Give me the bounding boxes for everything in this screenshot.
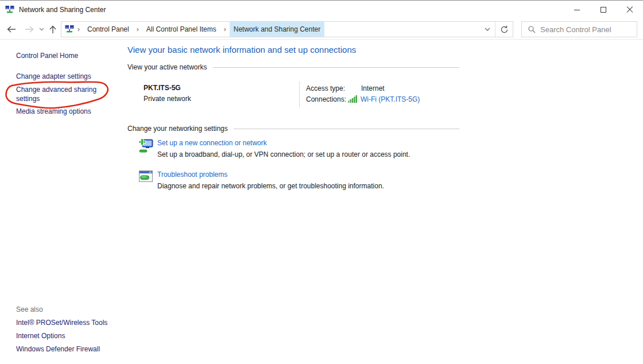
sidebar-item-internet-options[interactable]: Internet Options bbox=[16, 332, 65, 340]
network-profile: Private network bbox=[144, 95, 191, 103]
navigation-toolbar: › Control Panel › All Control Panel Item… bbox=[0, 19, 643, 40]
back-button[interactable] bbox=[3, 21, 20, 37]
back-icon bbox=[7, 26, 16, 33]
access-type-value: Internet bbox=[361, 84, 385, 92]
history-chevron-icon bbox=[39, 28, 44, 31]
section-divider bbox=[234, 129, 459, 129]
wifi-connection-link[interactable]: Wi-Fi (PKT.ITS-5G) bbox=[361, 95, 420, 103]
access-type-label: Access type: bbox=[306, 84, 345, 92]
active-networks-label: View your active networks bbox=[127, 63, 207, 71]
connections-label: Connections: bbox=[306, 95, 346, 103]
troubleshoot-problems-link[interactable]: Troubleshoot problems bbox=[157, 171, 227, 179]
address-dropdown-button[interactable] bbox=[480, 22, 495, 37]
minimize-button[interactable] bbox=[564, 1, 590, 19]
refresh-icon bbox=[500, 25, 509, 34]
refresh-button[interactable] bbox=[495, 22, 513, 37]
up-icon bbox=[49, 25, 56, 34]
troubleshoot-problems-description: Diagnose and repair network problems, or… bbox=[157, 182, 384, 190]
networking-settings-section-header: Change your networking settings bbox=[127, 125, 459, 133]
forward-button[interactable] bbox=[22, 21, 37, 37]
network-name: PKT.ITS-5G bbox=[144, 84, 181, 92]
minimize-icon bbox=[574, 10, 580, 10]
sidebar-item-windows-defender-firewall[interactable]: Windows Defender Firewall bbox=[16, 345, 100, 353]
breadcrumb-control-panel[interactable]: Control Panel bbox=[83, 22, 133, 37]
up-button[interactable] bbox=[46, 21, 60, 37]
sidebar-item-intel-proset-wireless-tools[interactable]: Intel® PROSet/Wireless Tools bbox=[16, 319, 107, 327]
active-networks-section-header: View your active networks bbox=[127, 63, 459, 71]
close-button[interactable] bbox=[617, 1, 643, 19]
crumb-separator-icon: › bbox=[220, 25, 230, 33]
breadcrumb-all-control-panel-items[interactable]: All Control Panel Items bbox=[142, 22, 220, 37]
wifi-signal-icon bbox=[348, 95, 358, 103]
troubleshoot-icon bbox=[138, 169, 153, 184]
search-input[interactable] bbox=[540, 25, 641, 34]
breadcrumb-network-and-sharing-center[interactable]: Network and Sharing Center bbox=[230, 22, 324, 37]
setup-new-connection-description: Set up a broadband, dial-up, or VPN conn… bbox=[157, 150, 410, 158]
setup-new-connection-link[interactable]: Set up a new connection or network bbox=[157, 139, 267, 147]
sidebar-item-control-panel-home[interactable]: Control Panel Home bbox=[16, 52, 78, 60]
section-divider bbox=[213, 67, 459, 68]
title-bar: Network and Sharing Center bbox=[0, 1, 643, 19]
close-icon bbox=[626, 6, 633, 13]
address-bar[interactable]: › Control Panel › All Control Panel Item… bbox=[61, 21, 513, 37]
sidebar-item-change-adapter-settings[interactable]: Change adapter settings bbox=[16, 72, 91, 80]
see-also-header: See also bbox=[16, 305, 43, 313]
page-title: View your basic network information and … bbox=[127, 45, 356, 55]
sidebar-item-media-streaming-options[interactable]: Media streaming options bbox=[16, 107, 91, 115]
crumb-separator-icon: › bbox=[133, 25, 142, 33]
sidebar-item-change-advanced-sharing-settings[interactable]: Change advanced sharing settings bbox=[16, 85, 101, 103]
dropdown-chevron-icon bbox=[485, 28, 490, 31]
recent-pages-button[interactable] bbox=[37, 21, 46, 37]
crumb-separator-icon: › bbox=[74, 25, 83, 33]
new-connection-icon bbox=[138, 137, 154, 153]
forward-icon bbox=[25, 26, 34, 33]
search-icon bbox=[528, 25, 536, 33]
window-title: Network and Sharing Center bbox=[19, 6, 106, 14]
search-box[interactable] bbox=[521, 21, 637, 37]
maximize-button[interactable] bbox=[590, 1, 617, 19]
maximize-icon bbox=[601, 7, 606, 13]
network-column-divider bbox=[299, 82, 300, 107]
networking-settings-label: Change your networking settings bbox=[127, 125, 228, 133]
network-computers-icon bbox=[5, 5, 14, 14]
breadcrumb-network-icon bbox=[65, 25, 74, 34]
